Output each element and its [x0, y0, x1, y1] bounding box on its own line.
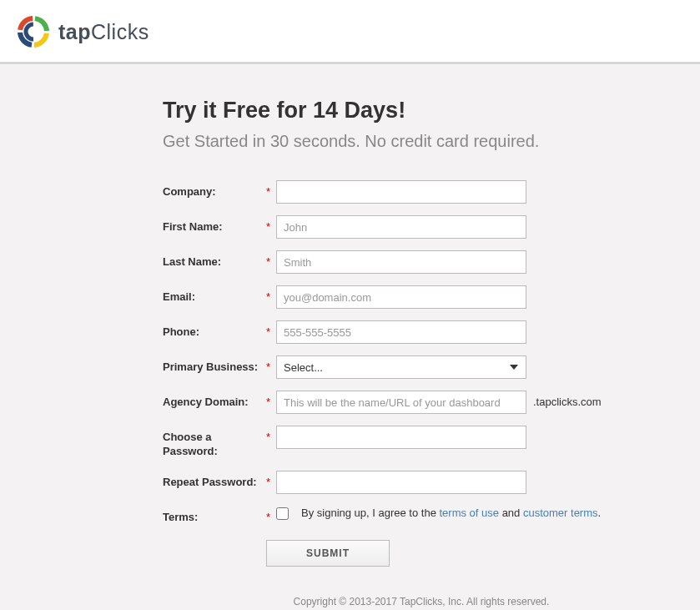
phone-input[interactable] — [276, 320, 526, 344]
first-name-label: First Name: — [163, 215, 266, 234]
phone-label: Phone: — [163, 320, 266, 340]
form-container: Try it Free for 14 Days! Get Started in … — [163, 98, 680, 607]
required-mark: * — [266, 506, 276, 523]
tapclicks-logo-icon — [17, 15, 50, 48]
terms-suffix: . — [598, 507, 602, 519]
domain-row: Agency Domain: * .tapclicks.com — [163, 391, 680, 414]
content-area: Try it Free for 14 Days! Get Started in … — [0, 64, 700, 610]
required-mark: * — [266, 426, 276, 443]
terms-row: Terms: * By signing up, I agree to the t… — [163, 506, 680, 525]
required-mark: * — [266, 250, 276, 268]
email-input[interactable] — [276, 285, 526, 309]
business-select[interactable]: Select... — [276, 355, 526, 379]
last-name-input[interactable] — [276, 250, 526, 274]
terms-prefix: By signing up, I agree to the — [301, 507, 440, 519]
terms-text: By signing up, I agree to the terms of u… — [301, 506, 601, 521]
logo-text: tapClicks — [58, 20, 149, 44]
business-label: Primary Business: — [163, 355, 266, 375]
required-mark: * — [266, 215, 276, 233]
terms-label: Terms: — [163, 506, 266, 525]
password-input[interactable] — [276, 426, 526, 449]
domain-label: Agency Domain: — [163, 391, 266, 410]
required-mark: * — [266, 355, 276, 373]
domain-suffix: .tapclicks.com — [533, 391, 602, 408]
logo: tapClicks — [17, 15, 149, 48]
password-row: Choose a Password: * — [163, 426, 680, 459]
company-input[interactable] — [276, 180, 526, 204]
business-row: Primary Business: * Select... — [163, 355, 680, 379]
password-label: Choose a Password: — [163, 426, 266, 459]
footer-copyright: Copyright © 2013-2017 TapClicks, Inc. Al… — [163, 596, 680, 607]
repeat-password-row: Repeat Password: * — [163, 471, 680, 494]
submit-button[interactable]: SUBMIT — [266, 540, 390, 567]
email-label: Email: — [163, 285, 266, 305]
first-name-input[interactable] — [276, 215, 526, 239]
company-label: Company: — [163, 180, 266, 199]
logo-bold: tap — [58, 20, 91, 43]
domain-input[interactable] — [276, 391, 526, 414]
required-mark: * — [266, 320, 276, 338]
first-name-row: First Name: * — [163, 215, 680, 239]
page-subtitle: Get Started in 30 seconds. No credit car… — [163, 132, 680, 151]
logo-light: Clicks — [91, 20, 149, 43]
company-row: Company: * — [163, 180, 680, 204]
svg-point-4 — [26, 24, 41, 39]
last-name-label: Last Name: — [163, 250, 266, 270]
last-name-row: Last Name: * — [163, 250, 680, 274]
repeat-password-input[interactable] — [276, 471, 526, 494]
customer-terms-link[interactable]: customer terms — [523, 507, 598, 519]
phone-row: Phone: * — [163, 320, 680, 344]
required-mark: * — [266, 285, 276, 303]
email-row: Email: * — [163, 285, 680, 309]
required-mark: * — [266, 471, 276, 488]
header: tapClicks — [0, 0, 700, 62]
submit-wrap: SUBMIT — [266, 540, 680, 567]
required-mark: * — [266, 391, 276, 408]
terms-checkbox[interactable] — [276, 507, 289, 520]
terms-middle: and — [499, 507, 523, 519]
page-title: Try it Free for 14 Days! — [163, 98, 680, 124]
required-mark: * — [266, 180, 276, 198]
terms-of-use-link[interactable]: terms of use — [440, 507, 500, 519]
repeat-password-label: Repeat Password: — [163, 471, 266, 490]
